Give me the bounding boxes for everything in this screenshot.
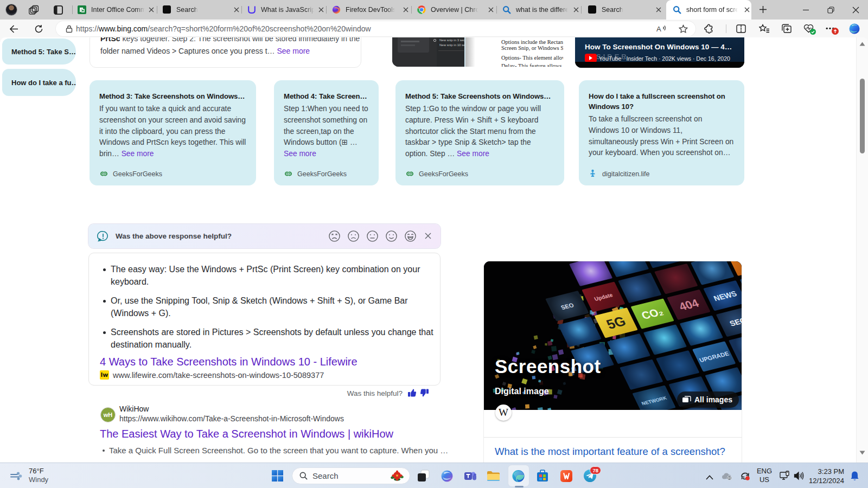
related-pill-fullscreen[interactable]: How do I take a fu… xyxy=(2,69,76,96)
method-card-4[interactable]: Method 4: Take Screen… Step 1:When you n… xyxy=(274,80,379,185)
document-text-image[interactable]: Options include the Rectangu Screen Snip… xyxy=(465,37,563,67)
task-view-button[interactable] xyxy=(417,469,430,483)
onedrive-tray-icon[interactable] xyxy=(720,469,733,483)
related-question-link[interactable]: What is the most important feature of a … xyxy=(495,446,725,458)
card-source: GeeksForGeeks xyxy=(284,169,347,178)
wikipedia-icon[interactable]: W xyxy=(495,404,512,421)
see-more-link[interactable]: See more xyxy=(457,150,489,158)
lifewire-favicon: lw xyxy=(100,370,109,380)
settings-more-icon[interactable] xyxy=(826,27,834,30)
tab-active-short-form[interactable]: short form of scre xyxy=(666,0,751,20)
see-more-link[interactable]: See more xyxy=(284,150,316,158)
favorite-star-icon[interactable] xyxy=(679,24,688,34)
tab-close-icon[interactable] xyxy=(654,5,663,14)
new-tab-icon[interactable] xyxy=(759,5,767,14)
window-minimize-icon[interactable] xyxy=(793,0,818,20)
emoji-good-icon[interactable] xyxy=(385,230,398,242)
tab-overview-chrome[interactable]: Overview | Chro xyxy=(412,0,495,20)
page-scrollbar[interactable] xyxy=(856,37,868,463)
file-explorer-icon[interactable] xyxy=(487,469,500,483)
screenshot-hero-image[interactable]: SEOUpdate5GCO₂404NEWSSEOUPGRADENETWORK S… xyxy=(484,261,742,410)
start-button[interactable] xyxy=(271,469,284,483)
method-card-fullscreen[interactable]: How do I take a fullscreen screenshot on… xyxy=(579,80,744,185)
tab-close-icon[interactable] xyxy=(743,5,751,14)
split-screen-icon[interactable] xyxy=(736,24,746,33)
emoji-great-icon[interactable] xyxy=(404,230,417,242)
lifewire-link[interactable]: 4 Ways to Take Screenshots in Windows 10… xyxy=(100,356,358,368)
svg-text:A: A xyxy=(656,25,661,33)
tab-close-icon[interactable] xyxy=(401,5,410,14)
tab-javascript[interactable]: What is JavaScrip xyxy=(242,0,326,20)
thumbs-up-icon[interactable] xyxy=(407,388,417,397)
see-more-link[interactable]: See more xyxy=(277,47,310,55)
tab-search-2[interactable]: Search xyxy=(582,0,663,20)
favorites-icon[interactable] xyxy=(759,24,770,33)
scroll-down-icon[interactable] xyxy=(859,451,865,455)
window-close-icon[interactable] xyxy=(843,0,868,20)
tab-close-icon[interactable] xyxy=(487,5,495,14)
tab-close-icon[interactable] xyxy=(317,5,326,14)
notification-bell-icon[interactable] xyxy=(848,469,861,483)
browser-essentials-icon[interactable] xyxy=(803,24,814,33)
workspaces-icon[interactable] xyxy=(29,5,39,15)
extensions-icon[interactable] xyxy=(704,24,714,34)
related-pill-method5[interactable]: Method 5: Take S… xyxy=(2,38,76,65)
language-indicator[interactable]: ENG US xyxy=(755,467,774,484)
answer-bullet: Screenshots are stored in Pictures > Scr… xyxy=(111,326,439,351)
answer-bullet: Or, use the Snipping Tool, Snip & Sketch… xyxy=(111,295,439,319)
geeksforgeeks-icon xyxy=(405,169,414,178)
wikihow-title-link[interactable]: The Easiest Way to Take a Screenshot in … xyxy=(100,428,393,440)
tab-what-difference[interactable]: what is the differe xyxy=(497,0,580,20)
taskbar-weather-widget[interactable]: 76°F Windy xyxy=(10,467,48,484)
wall-tile xyxy=(558,317,602,347)
method-card-5[interactable]: Method 5: Take Screenshots on Windows… S… xyxy=(395,80,564,185)
copilot-icon[interactable] xyxy=(848,23,860,35)
see-more-link[interactable]: See more xyxy=(122,150,154,158)
volume-tray-icon[interactable] xyxy=(792,469,806,483)
teams-icon[interactable] xyxy=(463,469,477,483)
tab-close-icon[interactable] xyxy=(147,5,156,14)
feedback-close-icon[interactable] xyxy=(422,230,434,242)
address-bar[interactable]: https://www.bing.com/search?q=short%20fo… xyxy=(56,21,695,36)
scrollbar-thumb[interactable] xyxy=(860,79,865,153)
tab-search-1[interactable]: Search xyxy=(157,0,241,20)
back-icon[interactable] xyxy=(6,21,21,36)
doc-line: Options- This element allows xyxy=(501,55,563,61)
chrome-icon xyxy=(417,5,426,14)
profile-avatar[interactable] xyxy=(5,4,17,16)
method-card-3[interactable]: Method 3: Take Screenshots on Windows… I… xyxy=(90,80,256,185)
tab-inter-office[interactable]: Inter Office Comm xyxy=(73,0,156,20)
sync-tray-icon[interactable] xyxy=(738,469,752,483)
all-images-button[interactable]: All images xyxy=(677,391,739,408)
vertical-tabs-icon[interactable] xyxy=(54,5,63,15)
tab-close-icon[interactable] xyxy=(232,5,241,14)
firefox-icon xyxy=(332,5,341,14)
tab-firefox-devtools[interactable]: Firefox DevTools xyxy=(327,0,410,20)
scroll-up-icon[interactable] xyxy=(859,42,865,46)
telegram-icon[interactable]: 78 xyxy=(583,469,597,483)
emoji-bad-icon[interactable] xyxy=(347,230,360,242)
window-restore-icon[interactable] xyxy=(818,0,843,20)
emoji-neutral-icon[interactable] xyxy=(366,230,379,242)
tab-close-icon[interactable] xyxy=(572,5,580,14)
collections-icon[interactable] xyxy=(782,24,792,33)
microsoft-store-icon[interactable] xyxy=(535,469,549,483)
youtube-video-card[interactable]: How To Screenshot On Windows 10 — 4… INS… xyxy=(575,37,744,68)
read-aloud-icon[interactable]: A xyxy=(656,25,667,33)
top-card-line2: folder named Videos > Captures once you … xyxy=(100,47,310,55)
edge-icon[interactable] xyxy=(512,469,525,483)
card-title: Method 4: Take Screen… xyxy=(284,91,369,101)
wps-office-icon[interactable] xyxy=(559,469,573,483)
snipping-menu-image[interactable]: New snip in 3 secs New snip in 10 secs xyxy=(392,37,465,67)
search-placeholder: Search xyxy=(312,471,339,480)
taskbar-copilot-icon[interactable] xyxy=(440,469,454,483)
thumbs-down-icon[interactable] xyxy=(420,388,429,397)
wall-tile xyxy=(620,359,663,390)
emoji-terrible-icon[interactable] xyxy=(328,230,341,242)
network-tray-icon[interactable] xyxy=(778,469,792,483)
weather-condition: Windy xyxy=(29,476,48,484)
tray-chevron-icon[interactable] xyxy=(703,471,716,484)
taskbar-clock[interactable]: 3:23 PM 12/12/2024 xyxy=(809,467,844,485)
refresh-icon[interactable] xyxy=(31,21,46,36)
taskbar-search[interactable]: Search xyxy=(292,467,410,484)
